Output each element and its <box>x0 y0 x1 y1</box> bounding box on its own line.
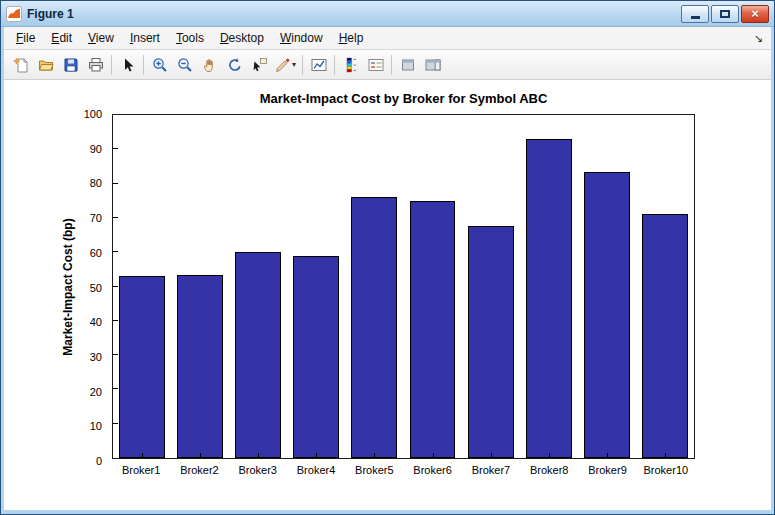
y-tick-mark <box>113 286 118 287</box>
x-tick-mark <box>665 453 666 458</box>
toolbar: ▾ <box>4 50 771 80</box>
x-tick-mark <box>491 453 492 458</box>
bar-broker5 <box>351 197 397 458</box>
zoom-out-icon[interactable] <box>172 53 197 77</box>
x-tick-mark <box>316 453 317 458</box>
y-tick-label: 80 <box>90 177 102 189</box>
rotate-3d-icon[interactable] <box>222 53 247 77</box>
maximize-button[interactable] <box>711 5 739 23</box>
x-tick-label: Broker1 <box>112 464 170 476</box>
save-figure-icon[interactable] <box>58 53 83 77</box>
y-tick-label: 0 <box>96 455 102 467</box>
dock-arrow-icon[interactable]: ↘ <box>754 32 763 45</box>
y-tick-label: 20 <box>90 386 102 398</box>
toolbar-separator <box>391 55 392 75</box>
menu-edit[interactable]: Edit <box>43 27 80 49</box>
x-tick-label: Broker7 <box>462 464 520 476</box>
bar-slot <box>287 115 345 458</box>
x-tick-mark <box>374 453 375 458</box>
plot-axes <box>112 114 695 459</box>
show-plot-tools-icon[interactable] <box>420 53 445 77</box>
bar-slot <box>636 115 694 458</box>
menu-tools[interactable]: Tools <box>168 27 212 49</box>
y-tick-mark <box>113 388 118 389</box>
menu-desktop[interactable]: Desktop <box>212 27 272 49</box>
window-client: FileEditViewInsertToolsDesktopWindowHelp… <box>4 27 771 510</box>
bar-broker3 <box>235 252 281 458</box>
menu-file[interactable]: File <box>8 27 43 49</box>
menu-items: FileEditViewInsertToolsDesktopWindowHelp <box>8 27 371 49</box>
data-cursor-icon[interactable] <box>247 53 272 77</box>
y-tick-mark <box>113 251 118 252</box>
x-tick-label: Broker5 <box>345 464 403 476</box>
bar-slot <box>345 115 403 458</box>
menu-bar: FileEditViewInsertToolsDesktopWindowHelp… <box>4 27 771 50</box>
matlab-figure-icon <box>6 6 22 22</box>
bar-broker1 <box>119 276 165 458</box>
edit-plot-icon[interactable] <box>115 53 140 77</box>
bar-broker9 <box>584 172 630 458</box>
x-tick-mark <box>258 453 259 458</box>
x-tick-label: Broker4 <box>287 464 345 476</box>
y-tick-label: 30 <box>90 351 102 363</box>
y-tick-labels: 0102030405060708090100 <box>66 114 106 461</box>
hide-plot-tools-icon[interactable] <box>395 53 420 77</box>
close-button[interactable]: × <box>741 5 769 23</box>
bar-broker8 <box>526 139 572 458</box>
x-tick-label: Broker9 <box>578 464 636 476</box>
pan-icon[interactable] <box>197 53 222 77</box>
dropdown-arrow-icon[interactable]: ▾ <box>292 60 296 69</box>
x-tick-label: Broker10 <box>637 464 695 476</box>
bar-slot <box>229 115 287 458</box>
x-tick-mark <box>549 453 550 458</box>
new-figure-icon[interactable] <box>8 53 33 77</box>
y-tick-label: 60 <box>90 247 102 259</box>
window-controls: × <box>679 5 769 23</box>
y-tick-mark <box>113 423 118 424</box>
bar-slot <box>403 115 461 458</box>
bar-broker6 <box>410 201 456 458</box>
bar-slot <box>520 115 578 458</box>
x-tick-label: Broker3 <box>229 464 287 476</box>
zoom-in-icon[interactable] <box>147 53 172 77</box>
title-bar[interactable]: Figure 1 × <box>1 1 774 27</box>
x-tick-mark <box>142 453 143 458</box>
toolbar-separator <box>302 55 303 75</box>
menu-view[interactable]: View <box>80 27 122 49</box>
toolbar-separator <box>111 55 112 75</box>
y-tick-label: 70 <box>90 212 102 224</box>
figure-window: Figure 1 × FileEditViewInsertToolsDeskto… <box>0 0 775 515</box>
y-tick-label: 10 <box>90 420 102 432</box>
x-tick-labels: Broker1Broker2Broker3Broker4Broker5Broke… <box>112 464 695 476</box>
toolbar-separator <box>143 55 144 75</box>
bar-broker10 <box>642 214 688 458</box>
minimize-button[interactable] <box>681 5 709 23</box>
menu-window[interactable]: Window <box>272 27 331 49</box>
bar-broker2 <box>177 275 223 459</box>
x-tick-label: Broker2 <box>170 464 228 476</box>
x-tick-label: Broker6 <box>403 464 461 476</box>
y-tick-label: 90 <box>90 143 102 155</box>
y-tick-mark <box>113 183 118 184</box>
menu-help[interactable]: Help <box>331 27 372 49</box>
open-file-icon[interactable] <box>33 53 58 77</box>
y-tick-mark <box>113 354 118 355</box>
menu-insert[interactable]: Insert <box>122 27 168 49</box>
bar-slot <box>578 115 636 458</box>
brush-icon[interactable]: ▾ <box>272 53 299 77</box>
bar-broker7 <box>468 226 514 458</box>
insert-legend-icon[interactable] <box>363 53 388 77</box>
link-plot-icon[interactable] <box>306 53 331 77</box>
bar-slot <box>171 115 229 458</box>
window-frame: FileEditViewInsertToolsDesktopWindowHelp… <box>1 27 774 514</box>
x-tick-mark <box>607 453 608 458</box>
x-tick-label: Broker8 <box>520 464 578 476</box>
bar-slot <box>113 115 171 458</box>
print-figure-icon[interactable] <box>83 53 108 77</box>
y-tick-label: 50 <box>90 282 102 294</box>
insert-colorbar-icon[interactable] <box>338 53 363 77</box>
x-tick-mark <box>200 453 201 458</box>
bar-slot <box>462 115 520 458</box>
bar-series <box>113 115 694 458</box>
figure-canvas: Market-Impact Cost by Broker for Symbol … <box>4 80 771 510</box>
